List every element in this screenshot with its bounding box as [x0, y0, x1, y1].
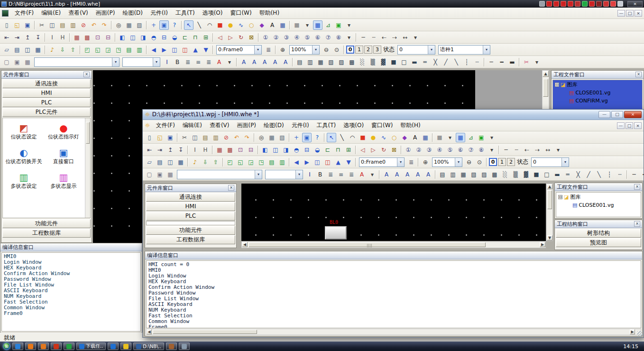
- clip-icon[interactable]: ✂: [522, 57, 531, 67]
- arrow-end-icon[interactable]: ⇢: [390, 33, 399, 42]
- window-copy-icon[interactable]: ◳: [114, 45, 123, 55]
- menu-item[interactable]: 帮助(H): [256, 8, 283, 18]
- close-icon[interactable]: ×: [634, 184, 640, 190]
- line-style-dropdown-icon[interactable]: ▾: [553, 145, 563, 155]
- library-group-button[interactable]: 功能元件: [2, 219, 91, 228]
- prev-frame-icon[interactable]: ◀: [292, 157, 301, 167]
- hatch-pattern-icon[interactable]: ▩: [490, 170, 499, 179]
- line-dash-icon[interactable]: ┄: [369, 33, 378, 42]
- scrollbar-thumb[interactable]: [153, 330, 257, 334]
- help-icon[interactable]: ?: [170, 20, 179, 30]
- menu-item[interactable]: 帮助(H): [396, 120, 424, 130]
- mdi-minimize-button[interactable]: —: [617, 10, 625, 17]
- same-size-icon[interactable]: ⊞: [344, 145, 353, 155]
- hatch-pattern-icon[interactable]: ═: [563, 170, 572, 179]
- hatch-pattern-icon[interactable]: ▒: [511, 170, 520, 179]
- state-button[interactable]: 0: [489, 158, 497, 166]
- italic-icon[interactable]: I: [162, 57, 172, 67]
- hatch-pattern-icon[interactable]: ▨: [337, 57, 346, 67]
- char-style-5-icon[interactable]: A: [281, 57, 290, 67]
- state-button[interactable]: 2: [364, 46, 372, 54]
- select-arrow-icon[interactable]: ↖: [327, 133, 336, 142]
- tree-item[interactable]: ▤ CLOSE001.vg: [556, 201, 641, 209]
- close-icon[interactable]: ×: [635, 72, 642, 77]
- inner-canvas-vscrollbar[interactable]: ▲ ▼: [546, 184, 553, 241]
- layer-5-icon[interactable]: ⑤: [445, 145, 455, 155]
- frame-down-icon[interactable]: ▼: [344, 157, 353, 167]
- taskbar-item[interactable]: [120, 342, 131, 350]
- align-bottom-icon[interactable]: ◒: [313, 145, 322, 155]
- toolbar-more-dropdown-icon[interactable]: ▾: [487, 133, 497, 142]
- copy-icon[interactable]: ◫: [190, 133, 200, 142]
- layer-3-icon[interactable]: ③: [424, 145, 434, 155]
- print-icon[interactable]: ▦: [267, 133, 276, 142]
- overlap-icon[interactable]: ≣: [264, 45, 273, 55]
- frame-copy-icon[interactable]: ◫: [166, 157, 175, 167]
- mdi-restore-button[interactable]: □: [626, 10, 634, 17]
- layer-5-icon[interactable]: ⑤: [303, 33, 312, 42]
- hatch-pattern-icon[interactable]: ╳: [573, 170, 583, 179]
- save-icon[interactable]: ▣: [23, 20, 32, 30]
- align-bottom-icon[interactable]: ◒: [170, 33, 179, 42]
- taskbar-item[interactable]: 下载任..: [76, 342, 106, 350]
- add-frame-icon[interactable]: ▱: [145, 157, 154, 167]
- same-size-icon[interactable]: ⊞: [201, 33, 211, 42]
- hatch-pattern-icon[interactable]: ╱: [441, 57, 451, 67]
- window-attribute-icon[interactable]: ◰: [83, 45, 92, 55]
- hatch-pattern-icon[interactable]: ╲: [451, 57, 461, 67]
- export-icon[interactable]: ⇧: [68, 45, 78, 55]
- ungroup-icon[interactable]: ⊟: [246, 145, 256, 155]
- align-text-left-icon[interactable]: ≣: [326, 170, 335, 179]
- align-text-center-icon[interactable]: ≡: [193, 57, 203, 67]
- taskbar-item[interactable]: [108, 342, 119, 350]
- trend-icon[interactable]: ⊿: [466, 133, 476, 142]
- lock-icon[interactable]: ⊠: [247, 33, 256, 42]
- same-height-icon[interactable]: ⊓: [191, 33, 200, 42]
- window-close-icon[interactable]: ◲: [246, 157, 256, 167]
- ungroup-icon[interactable]: ⊟: [103, 33, 113, 42]
- vector-graphic-icon[interactable]: ▣: [155, 170, 165, 179]
- select-arrow-icon[interactable]: ↖: [184, 20, 193, 30]
- group-icon[interactable]: ⊡: [93, 33, 102, 42]
- bit-lamp-element[interactable]: [325, 226, 347, 240]
- redo-icon[interactable]: ↷: [100, 20, 109, 30]
- hatch-pattern-icon[interactable]: ▨: [479, 170, 489, 179]
- zoom-in-icon[interactable]: ⊕: [278, 45, 287, 55]
- align-top-icon[interactable]: ◓: [292, 145, 301, 155]
- menu-item[interactable]: 查看(V): [64, 8, 92, 18]
- window-grid-icon[interactable]: ▥: [135, 45, 144, 55]
- hatch-pattern-icon[interactable]: ▬: [410, 57, 419, 67]
- taskbar-item[interactable]: [12, 342, 23, 350]
- hatch-pattern-icon[interactable]: ┆: [605, 170, 614, 179]
- text-tool-icon[interactable]: A: [267, 20, 277, 30]
- layer-3-icon[interactable]: ③: [282, 33, 291, 42]
- frame-down-icon[interactable]: ▼: [201, 45, 211, 55]
- find-icon[interactable]: ◎: [257, 133, 266, 142]
- align-middle-icon[interactable]: ⊟: [302, 145, 312, 155]
- flip-horizontal-icon[interactable]: ◁: [358, 145, 368, 155]
- hatch-pattern-icon[interactable]: ┄: [615, 170, 625, 179]
- align-text-left-icon[interactable]: ≣: [183, 57, 193, 67]
- state-select[interactable]: 0▾: [531, 157, 569, 167]
- tray-icon[interactable]: [610, 1, 616, 7]
- line-dash-icon[interactable]: ┄: [512, 145, 521, 155]
- line-style-dropdown-icon[interactable]: ▾: [411, 33, 420, 42]
- frame-up-icon[interactable]: ▲: [191, 45, 200, 55]
- paste-icon[interactable]: ▤: [58, 20, 67, 30]
- element-table-icon[interactable]: ▦: [278, 20, 287, 30]
- zoom-out-icon[interactable]: ⊖: [464, 157, 474, 167]
- state-button[interactable]: 0: [346, 46, 354, 54]
- group-icon[interactable]: ⊡: [236, 145, 245, 155]
- align-text-center-icon[interactable]: ≡: [336, 170, 346, 179]
- taskbar-item[interactable]: [166, 342, 177, 350]
- flip-horizontal-icon[interactable]: ◁: [215, 33, 225, 42]
- zoom-region-icon[interactable]: ▣: [159, 20, 169, 30]
- next-frame-icon[interactable]: ▶: [159, 45, 169, 55]
- hatch-pattern-icon[interactable]: ┄: [472, 57, 482, 67]
- tray-icon[interactable]: [539, 1, 545, 7]
- import-icon[interactable]: ⇩: [201, 157, 210, 167]
- find-icon[interactable]: ◎: [114, 20, 123, 30]
- inner-titlebar[interactable]: ☼ D:\步科\project\1\1.wpj - [HMI0.whe *] —…: [143, 110, 644, 120]
- tray-icon[interactable]: [603, 1, 609, 7]
- text-tool-icon[interactable]: A: [410, 133, 420, 142]
